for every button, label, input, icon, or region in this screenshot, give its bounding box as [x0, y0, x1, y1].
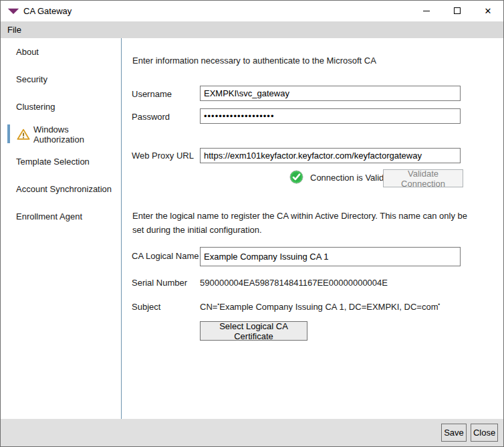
web-proxy-url-input[interactable]: [200, 148, 461, 163]
serial-number-value: 590000004EA5987814841167EE00000000004E: [200, 278, 388, 288]
maximize-icon: [454, 7, 461, 14]
sidebar-item-enrollment-agent[interactable]: Enrollment Agent: [1, 203, 121, 230]
selection-indicator-bar: [7, 124, 10, 143]
sidebar-item-security[interactable]: Security: [1, 66, 121, 93]
subject-close-quote: ▪: [438, 301, 440, 307]
password-input[interactable]: [200, 108, 461, 124]
sidebar-item-account-synchronization[interactable]: Account Synchronization: [1, 175, 121, 203]
select-logical-ca-certificate-button[interactable]: Select Logical CA Certificate: [200, 321, 307, 341]
web-proxy-url-label: Web Proxy URL: [132, 151, 194, 161]
sidebar-item-label: About: [16, 47, 39, 57]
password-label: Password: [132, 112, 170, 122]
menu-file[interactable]: File: [1, 21, 28, 38]
sidebar-item-label: Clustering: [16, 102, 55, 112]
sidebar-item-windows-authorization[interactable]: Windows Authorization: [1, 120, 121, 148]
connection-status-text: Connection is Valid: [310, 173, 384, 183]
logical-name-instruction-text: Enter the logical name to register the C…: [132, 209, 480, 237]
close-dialog-button[interactable]: Close: [471, 424, 498, 442]
sidebar-item-label: Account Synchronization: [16, 184, 112, 194]
validate-connection-button[interactable]: Validate Connection: [383, 169, 463, 187]
connection-valid-icon: [289, 170, 303, 184]
sidebar-item-about[interactable]: About: [1, 38, 121, 66]
footer-bar: Save Close: [1, 419, 503, 446]
username-label: Username: [132, 89, 172, 99]
minimize-button[interactable]: [411, 1, 442, 21]
subject-label: Subject: [132, 302, 160, 312]
subject-dn: Example Company Issuing CA 1, DC=EXMPKI,…: [219, 302, 438, 312]
sidebar-item-label: Template Selection: [16, 157, 90, 167]
window-controls: ✕: [411, 1, 503, 21]
minimize-icon: [423, 11, 430, 11]
title-bar: CA Gateway ✕: [1, 1, 503, 21]
keyfactor-logo-icon: [7, 7, 19, 15]
username-input[interactable]: [200, 86, 461, 101]
save-button[interactable]: Save: [441, 424, 467, 442]
close-icon: ✕: [485, 7, 492, 15]
ca-logical-name-input[interactable]: [200, 247, 461, 266]
maximize-button[interactable]: [442, 1, 473, 21]
sidebar-item-label: Security: [16, 74, 47, 84]
subject-prefix: CN=: [200, 302, 217, 312]
auth-instruction-text: Enter information necessary to authentic…: [132, 54, 480, 68]
sidebar-item-label: Windows Authorization: [33, 124, 121, 145]
subject-value: CN=▪Example Company Issuing CA 1, DC=EXM…: [200, 302, 440, 312]
sidebar-item-label: Enrollment Agent: [16, 211, 82, 221]
menu-bar: File: [1, 21, 503, 38]
sidebar-nav: About Security Clustering Windows Author…: [1, 38, 122, 419]
ca-gateway-window: CA Gateway ✕ File About Security Cluster…: [0, 0, 504, 447]
sidebar-item-clustering[interactable]: Clustering: [1, 93, 121, 120]
warning-icon: [17, 128, 30, 141]
ca-logical-name-label: CA Logical Name: [132, 251, 199, 261]
close-button[interactable]: ✕: [473, 1, 503, 21]
window-title: CA Gateway: [23, 1, 72, 21]
windows-authorization-panel: Enter information necessary to authentic…: [122, 38, 503, 419]
sidebar-item-template-selection[interactable]: Template Selection: [1, 148, 121, 175]
serial-number-label: Serial Number: [132, 278, 187, 288]
